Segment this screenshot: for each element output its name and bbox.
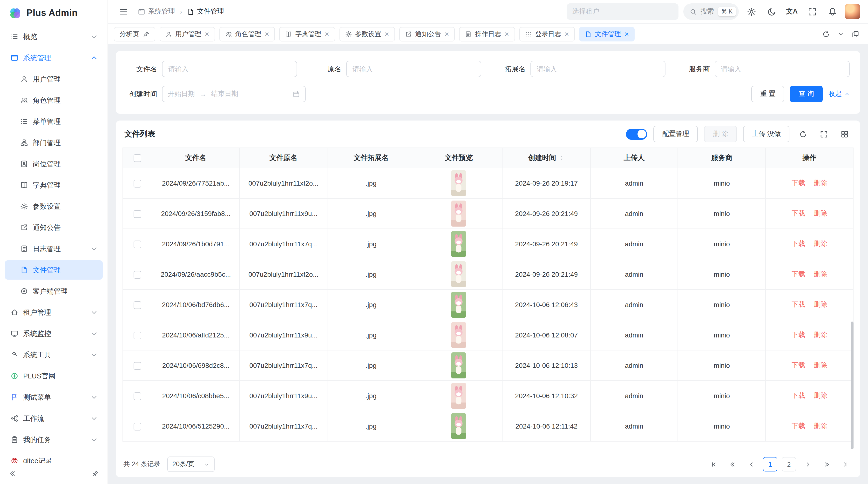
tab-close-icon[interactable]: ×: [265, 30, 269, 38]
page-size-select[interactable]: 20条/页: [167, 456, 214, 472]
row-checkbox[interactable]: [133, 423, 141, 430]
toggle-switch[interactable]: [626, 128, 647, 139]
notifications-button[interactable]: [825, 4, 840, 19]
config-button[interactable]: 配置管理: [653, 126, 698, 142]
tab[interactable]: 用户管理 ×: [159, 27, 215, 41]
sidebar-item[interactable]: 测试菜单: [5, 388, 103, 407]
row-checkbox[interactable]: [133, 392, 141, 400]
sidebar-item[interactable]: 角色管理: [5, 91, 103, 110]
tab-close-icon[interactable]: ×: [624, 30, 629, 38]
global-search[interactable]: 搜索 ⌘ K: [683, 3, 739, 20]
filter-field-input[interactable]: [162, 61, 297, 77]
pin-sidebar-button[interactable]: [88, 467, 102, 480]
language-button[interactable]: 文A: [784, 4, 800, 19]
sidebar-item[interactable]: 概览: [5, 27, 103, 46]
last-page-button[interactable]: [838, 457, 852, 472]
upload-button[interactable]: 上传 没做: [743, 126, 789, 142]
sidebar-item[interactable]: 部门管理: [5, 133, 103, 152]
delete-link[interactable]: 删除: [814, 391, 827, 399]
prev-group-button[interactable]: [725, 457, 740, 472]
sidebar-item[interactable]: gitee记录: [5, 451, 103, 463]
download-link[interactable]: 下载: [792, 179, 805, 187]
file-preview-image[interactable]: [452, 261, 466, 287]
delete-link[interactable]: 删除: [814, 239, 827, 247]
download-link[interactable]: 下载: [792, 270, 805, 278]
delete-button[interactable]: 删 除: [704, 126, 737, 142]
file-preview-image[interactable]: [452, 383, 466, 409]
fullscreen-button[interactable]: [804, 4, 820, 19]
tab-close-icon[interactable]: ×: [205, 30, 209, 38]
filter-field-input[interactable]: [346, 61, 481, 77]
column-settings-button[interactable]: [837, 127, 851, 141]
tab[interactable]: 分析页: [114, 27, 155, 41]
select-all-checkbox[interactable]: [133, 155, 141, 162]
tab[interactable]: 参数设置 ×: [339, 27, 395, 41]
reset-button[interactable]: 重 置: [751, 86, 784, 102]
sort-icon[interactable]: [558, 154, 565, 161]
sidebar-item[interactable]: 系统监控: [5, 324, 103, 343]
delete-link[interactable]: 删除: [814, 270, 827, 278]
file-preview-image[interactable]: [452, 352, 466, 379]
delete-link[interactable]: 删除: [814, 331, 827, 338]
row-checkbox[interactable]: [133, 210, 141, 218]
tab-close-icon[interactable]: ×: [564, 30, 569, 38]
sidebar-item[interactable]: 工作流: [5, 409, 103, 428]
tab[interactable]: 登录日志 ×: [519, 27, 575, 41]
download-link[interactable]: 下载: [792, 239, 805, 247]
delete-link[interactable]: 删除: [814, 209, 827, 217]
delete-link[interactable]: 删除: [814, 361, 827, 369]
page-number-button[interactable]: 2: [782, 457, 796, 472]
row-checkbox[interactable]: [133, 301, 141, 309]
row-checkbox[interactable]: [133, 362, 141, 369]
settings-button[interactable]: [744, 4, 759, 19]
sidebar-item[interactable]: 系统管理: [5, 48, 103, 67]
date-range-picker[interactable]: 开始日期 → 结束日期: [162, 86, 306, 102]
next-group-button[interactable]: [819, 457, 834, 472]
sidebar-item[interactable]: 文件管理: [5, 260, 103, 280]
tab[interactable]: 角色管理 ×: [219, 27, 275, 41]
row-checkbox[interactable]: [133, 332, 141, 339]
user-avatar[interactable]: [845, 4, 860, 19]
refresh-list-button[interactable]: [796, 127, 810, 141]
file-preview-image[interactable]: [452, 292, 466, 318]
prev-page-button[interactable]: [744, 457, 758, 472]
download-link[interactable]: 下载: [792, 331, 805, 338]
row-checkbox[interactable]: [133, 180, 141, 187]
breadcrumb-item-file[interactable]: 文件管理: [187, 7, 224, 16]
app-logo[interactable]: Plus Admin: [0, 0, 107, 26]
download-link[interactable]: 下载: [792, 391, 805, 399]
sidebar-item[interactable]: 我的任务: [5, 430, 103, 449]
fullscreen-list-button[interactable]: [816, 127, 831, 141]
table-scrollbar[interactable]: [850, 322, 854, 449]
delete-link[interactable]: 删除: [814, 179, 827, 187]
filter-field-input[interactable]: [715, 61, 850, 77]
filter-field-input[interactable]: [530, 61, 665, 77]
tenant-select[interactable]: 选择租户: [566, 3, 678, 20]
sidebar-item[interactable]: 岗位管理: [5, 154, 103, 173]
breadcrumb-item-system[interactable]: 系统管理: [138, 7, 175, 16]
sidebar-item[interactable]: 字典管理: [5, 175, 103, 195]
tab[interactable]: 操作日志 ×: [459, 27, 515, 41]
next-page-button[interactable]: [801, 457, 815, 472]
sidebar-item[interactable]: 系统工具: [5, 345, 103, 364]
file-preview-image[interactable]: [452, 231, 466, 257]
sidebar-item[interactable]: 客户端管理: [5, 282, 103, 301]
tab-close-icon[interactable]: ×: [324, 30, 329, 38]
row-checkbox[interactable]: [133, 240, 141, 248]
download-link[interactable]: 下载: [792, 300, 805, 308]
row-checkbox[interactable]: [133, 271, 141, 279]
file-preview-image[interactable]: [452, 322, 466, 348]
file-preview-image[interactable]: [452, 170, 466, 196]
delete-link[interactable]: 删除: [814, 422, 827, 429]
refresh-tabs-icon[interactable]: [822, 30, 830, 38]
download-link[interactable]: 下载: [792, 422, 805, 429]
search-button[interactable]: 查 询: [790, 86, 823, 102]
download-link[interactable]: 下载: [792, 361, 805, 369]
collapse-sidebar-button[interactable]: [6, 467, 19, 480]
delete-link[interactable]: 删除: [814, 300, 827, 308]
collapse-filter-link[interactable]: 收起: [829, 90, 850, 98]
tab-close-icon[interactable]: ×: [504, 30, 509, 38]
tab[interactable]: 通知公告 ×: [399, 27, 455, 41]
tab-menu-chevron-icon[interactable]: [838, 31, 844, 37]
sidebar-item[interactable]: 日志管理: [5, 239, 103, 258]
